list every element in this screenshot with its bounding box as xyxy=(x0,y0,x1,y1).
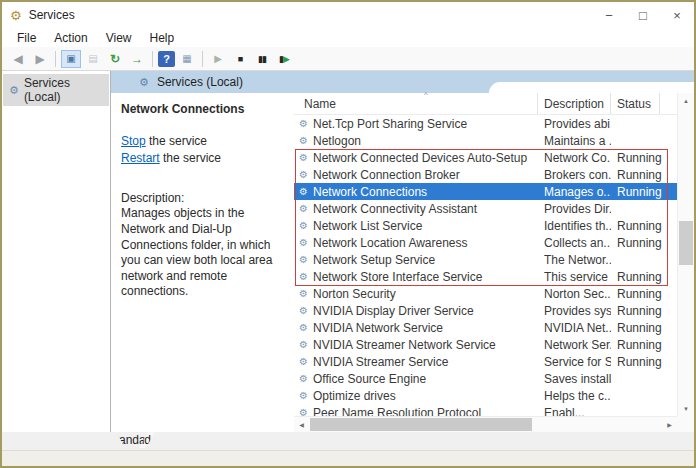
service-name-cell: NVIDIA Streamer Service xyxy=(310,355,538,369)
list-header: ^ Name Description Status xyxy=(294,93,677,115)
restart-service-link[interactable]: Restart xyxy=(121,151,160,165)
service-description-cell: Service for S... xyxy=(538,355,611,369)
horizontal-scroll-thumb[interactable] xyxy=(310,418,532,431)
service-row[interactable]: ⚙ Network List Service Identifies th... … xyxy=(294,217,677,234)
service-row[interactable]: ⚙ Office Source Engine Saves install... xyxy=(294,370,677,387)
service-gear-icon: ⚙ xyxy=(294,288,310,299)
close-button[interactable]: × xyxy=(660,2,694,28)
window-title: Services xyxy=(29,8,75,22)
tree-item-services-local[interactable]: ⚙ Services (Local) xyxy=(3,74,109,106)
help-icon[interactable]: ? xyxy=(158,51,175,67)
service-row[interactable]: ⚙ Netlogon Maintains a ... xyxy=(294,132,677,149)
console-tree: ⚙ Services (Local) xyxy=(2,71,111,432)
service-row[interactable]: ⚙ Network Setup Service The Networ... xyxy=(294,251,677,268)
content-row: Network Connections Stop the service Res… xyxy=(111,93,694,432)
menu-item-help[interactable]: Help xyxy=(141,31,184,45)
vertical-scroll-thumb[interactable] xyxy=(679,221,693,265)
minimize-button[interactable]: − xyxy=(592,2,626,28)
service-description-cell: NVIDIA Net... xyxy=(538,321,611,335)
service-name-cell: Network List Service xyxy=(310,219,538,233)
service-status-cell: Running xyxy=(611,321,677,335)
export-list-icon[interactable]: → xyxy=(127,50,147,68)
service-name-cell: Network Connection Broker xyxy=(310,168,538,182)
start-service-icon[interactable]: ▶ xyxy=(208,50,228,68)
pause-service-icon[interactable]: ▮▮ xyxy=(252,50,272,68)
restart-service-icon[interactable]: ▮▶ xyxy=(274,50,294,68)
stop-action-rest: the service xyxy=(146,134,207,148)
service-name-cell: Net.Tcp Port Sharing Service xyxy=(310,117,538,131)
service-row[interactable]: ⚙ Network Connection Broker Brokers con.… xyxy=(294,166,677,183)
service-row[interactable]: ⚙ Optimize drives Helps the c... xyxy=(294,387,677,404)
services-list: ^ Name Description Status ⚙ Net.Tcp Port… xyxy=(294,93,694,432)
service-name-cell: NVIDIA Streamer Network Service xyxy=(310,338,538,352)
status-bar xyxy=(2,450,694,466)
service-row[interactable]: ⚙ Peer Name Resolution Protocol Enabl... xyxy=(294,404,677,416)
refresh-icon[interactable]: ↻ xyxy=(105,50,125,68)
service-status-cell: Running xyxy=(611,168,677,182)
horizontal-scrollbar[interactable]: ◀ ▶ xyxy=(294,416,677,432)
scroll-left-icon[interactable]: ◀ xyxy=(294,421,309,428)
scroll-down-icon[interactable]: ▼ xyxy=(678,401,694,416)
properties-window-icon[interactable]: ▦ xyxy=(177,50,197,68)
service-name-cell: Network Connected Devices Auto-Setup xyxy=(310,151,538,165)
services-gear-icon: ⚙ xyxy=(139,76,149,89)
stop-service-icon[interactable]: ■ xyxy=(230,50,250,68)
main-area: ⚙ Services (Local) ⚙ Services (Local) Ne… xyxy=(2,71,694,432)
service-row[interactable]: ⚙ NVIDIA Network Service NVIDIA Net... R… xyxy=(294,319,677,336)
column-header-name[interactable]: Name xyxy=(294,93,538,114)
service-row[interactable]: ⚙ Network Connectivity Assistant Provide… xyxy=(294,200,677,217)
description-block: Description: Manages objects in the Netw… xyxy=(121,191,284,300)
vertical-scrollbar[interactable]: ▲ ▼ xyxy=(677,93,694,416)
service-name-cell: Netlogon xyxy=(310,134,538,148)
service-gear-icon: ⚙ xyxy=(294,390,310,401)
menu-item-action[interactable]: Action xyxy=(45,31,96,45)
toolbar: ◀▶▣▤↻→?▦▶■▮▮▮▶ xyxy=(2,47,694,71)
service-status-cell: Running xyxy=(611,304,677,318)
service-status-cell: Running xyxy=(611,151,677,165)
back-icon[interactable]: ◀ xyxy=(8,50,28,68)
stop-service-link[interactable]: Stop xyxy=(121,134,146,148)
band-notch xyxy=(489,82,694,93)
service-row[interactable]: ⚙ NVIDIA Display Driver Service Provides… xyxy=(294,302,677,319)
column-header-description[interactable]: Description xyxy=(538,93,611,114)
column-header-status[interactable]: Status xyxy=(611,93,660,114)
service-name-cell: Office Source Engine xyxy=(310,372,538,386)
service-description-cell: This service ... xyxy=(538,270,611,284)
service-status-cell: Running xyxy=(611,355,677,369)
service-row[interactable]: ⚙ Network Store Interface Service This s… xyxy=(294,268,677,285)
view-tabs: Extended Standard xyxy=(2,432,694,450)
service-status-cell: Running xyxy=(611,287,677,301)
service-name-cell: Peer Name Resolution Protocol xyxy=(310,406,538,417)
service-description-cell: Provides Dir... xyxy=(538,202,611,216)
service-gear-icon: ⚙ xyxy=(294,118,310,129)
service-description-cell: Collects an... xyxy=(538,236,611,250)
properties-pane-icon[interactable]: ▤ xyxy=(83,50,103,68)
scroll-up-icon[interactable]: ▲ xyxy=(678,93,694,108)
service-row[interactable]: ⚙ NVIDIA Streamer Service Service for S.… xyxy=(294,353,677,370)
service-gear-icon: ⚙ xyxy=(294,271,310,282)
forward-icon[interactable]: ▶ xyxy=(30,50,50,68)
service-row[interactable]: ⚙ Network Location Awareness Collects an… xyxy=(294,234,677,251)
service-description-cell: Helps the c... xyxy=(538,389,611,403)
service-name-cell: Network Connections xyxy=(310,185,538,199)
menu-bar: File Action View Help xyxy=(2,28,694,47)
scroll-right-icon[interactable]: ▶ xyxy=(662,421,677,428)
toolbar-separator xyxy=(152,51,153,67)
service-row[interactable]: ⚙ NVIDIA Streamer Network Service Networ… xyxy=(294,336,677,353)
toolbar-separator xyxy=(55,51,56,67)
menu-item-file[interactable]: File xyxy=(8,31,45,45)
service-row[interactable]: ⚙ Norton Security Norton Sec... Running xyxy=(294,285,677,302)
service-description-cell: Identifies th... xyxy=(538,219,611,233)
service-row[interactable]: ⚙ Net.Tcp Port Sharing Service Provides … xyxy=(294,115,677,132)
service-name-cell: Network Store Interface Service xyxy=(310,270,538,284)
service-row[interactable]: ⚙ Network Connections Manages o... Runni… xyxy=(294,183,677,200)
show-console-tree-icon[interactable]: ▣ xyxy=(61,50,81,68)
service-gear-icon: ⚙ xyxy=(294,169,310,180)
service-gear-icon: ⚙ xyxy=(294,135,310,146)
service-description-cell: Provides sys... xyxy=(538,304,611,318)
tree-item-label: Services (Local) xyxy=(24,76,105,104)
service-description-cell: Manages o... xyxy=(538,185,611,199)
menu-item-view[interactable]: View xyxy=(97,31,141,45)
maximize-button[interactable]: □ xyxy=(626,2,660,28)
service-row[interactable]: ⚙ Network Connected Devices Auto-Setup N… xyxy=(294,149,677,166)
